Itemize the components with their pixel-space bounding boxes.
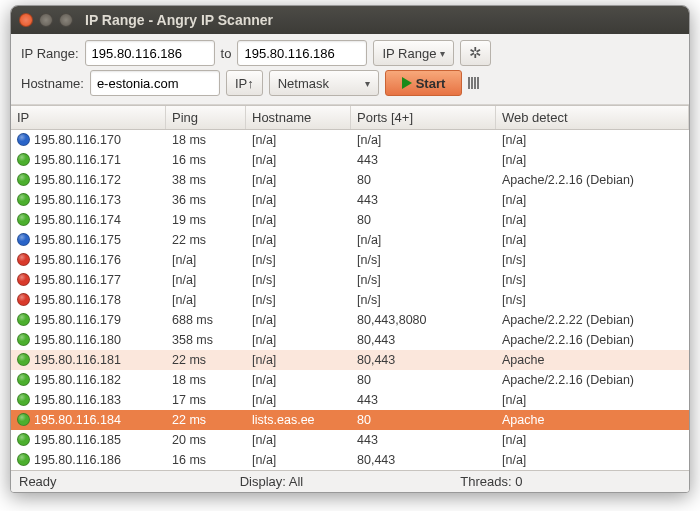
- col-web[interactable]: Web detect: [496, 106, 689, 129]
- table-row[interactable]: 195.80.116.180358 ms[n/a]80,443Apache/2.…: [11, 330, 689, 350]
- cell-web: Apache: [496, 413, 689, 427]
- status-dot-icon: [17, 213, 30, 226]
- cell-web: [n/a]: [496, 153, 689, 167]
- table-row[interactable]: 195.80.116.17419 ms[n/a]80[n/a]: [11, 210, 689, 230]
- cell-ip-wrap: 195.80.116.178: [11, 293, 166, 307]
- cell-ip: 195.80.116.173: [34, 193, 121, 207]
- cell-hostname: [n/a]: [246, 153, 351, 167]
- range-type-select[interactable]: IP Range: [373, 40, 454, 66]
- titlebar[interactable]: IP Range - Angry IP Scanner: [11, 6, 689, 34]
- status-dot-icon: [17, 293, 30, 306]
- cell-ports: 80,443,8080: [351, 313, 496, 327]
- cell-ping: [n/a]: [166, 253, 246, 267]
- cell-ping: 17 ms: [166, 393, 246, 407]
- cell-ports: [n/a]: [351, 233, 496, 247]
- cell-hostname: [n/a]: [246, 233, 351, 247]
- table-row[interactable]: 195.80.116.18616 ms[n/a]80,443[n/a]: [11, 450, 689, 470]
- cell-hostname: [n/a]: [246, 133, 351, 147]
- cell-ports: 80: [351, 173, 496, 187]
- cell-web: [n/a]: [496, 393, 689, 407]
- cell-hostname: [n/a]: [246, 213, 351, 227]
- cell-ip-wrap: 195.80.116.173: [11, 193, 166, 207]
- table-row[interactable]: 195.80.116.17336 ms[n/a]443[n/a]: [11, 190, 689, 210]
- cell-ip-wrap: 195.80.116.185: [11, 433, 166, 447]
- cell-ip: 195.80.116.179: [34, 313, 121, 327]
- cell-web: [n/a]: [496, 193, 689, 207]
- ip-from-input[interactable]: [85, 40, 215, 66]
- cell-web: [n/a]: [496, 453, 689, 467]
- table-body: 195.80.116.17018 ms[n/a][n/a][n/a]195.80…: [11, 130, 689, 470]
- hostname-input[interactable]: [90, 70, 220, 96]
- results-table: IP Ping Hostname Ports [4+] Web detect 1…: [11, 105, 689, 470]
- table-row[interactable]: 195.80.116.18218 ms[n/a]80Apache/2.2.16 …: [11, 370, 689, 390]
- cell-ping: 358 ms: [166, 333, 246, 347]
- cell-ip-wrap: 195.80.116.179: [11, 313, 166, 327]
- table-header: IP Ping Hostname Ports [4+] Web detect: [11, 106, 689, 130]
- table-row[interactable]: 195.80.116.18317 ms[n/a]443[n/a]: [11, 390, 689, 410]
- cell-ip: 195.80.116.171: [34, 153, 121, 167]
- cell-ip-wrap: 195.80.116.172: [11, 173, 166, 187]
- cell-web: Apache/2.2.16 (Debian): [496, 333, 689, 347]
- start-label: Start: [416, 76, 446, 91]
- col-ports[interactable]: Ports [4+]: [351, 106, 496, 129]
- cell-web: [n/a]: [496, 213, 689, 227]
- status-dot-icon: [17, 373, 30, 386]
- columns-icon[interactable]: [468, 77, 479, 89]
- cell-ports: [n/s]: [351, 273, 496, 287]
- cell-ports: 80,443: [351, 453, 496, 467]
- cell-ports: 443: [351, 153, 496, 167]
- ip-up-label: IP↑: [235, 76, 254, 91]
- cell-ip: 195.80.116.181: [34, 353, 121, 367]
- status-dot-icon: [17, 453, 30, 466]
- close-icon[interactable]: [19, 13, 33, 27]
- cell-hostname: [n/s]: [246, 293, 351, 307]
- cell-web: [n/s]: [496, 293, 689, 307]
- table-row[interactable]: 195.80.116.179688 ms[n/a]80,443,8080Apac…: [11, 310, 689, 330]
- table-row[interactable]: 195.80.116.178[n/a][n/s][n/s][n/s]: [11, 290, 689, 310]
- table-row[interactable]: 195.80.116.18122 ms[n/a]80,443Apache: [11, 350, 689, 370]
- cell-ip-wrap: 195.80.116.171: [11, 153, 166, 167]
- table-row[interactable]: 195.80.116.17018 ms[n/a][n/a][n/a]: [11, 130, 689, 150]
- cell-ports: 443: [351, 433, 496, 447]
- table-row[interactable]: 195.80.116.176[n/a][n/s][n/s][n/s]: [11, 250, 689, 270]
- cell-ports: 80: [351, 413, 496, 427]
- cell-ping: 36 ms: [166, 193, 246, 207]
- cell-ip-wrap: 195.80.116.182: [11, 373, 166, 387]
- cell-ip: 195.80.116.180: [34, 333, 121, 347]
- cell-ping: 16 ms: [166, 453, 246, 467]
- table-row[interactable]: 195.80.116.17238 ms[n/a]80Apache/2.2.16 …: [11, 170, 689, 190]
- cell-hostname: [n/a]: [246, 393, 351, 407]
- table-row[interactable]: 195.80.116.177[n/a][n/s][n/s][n/s]: [11, 270, 689, 290]
- ip-range-label: IP Range:: [21, 46, 79, 61]
- col-ip[interactable]: IP: [11, 106, 166, 129]
- col-ping[interactable]: Ping: [166, 106, 246, 129]
- cell-web: [n/s]: [496, 273, 689, 287]
- gear-icon[interactable]: ✲: [460, 40, 491, 66]
- status-dot-icon: [17, 153, 30, 166]
- status-ready: Ready: [19, 474, 240, 489]
- cell-ip-wrap: 195.80.116.180: [11, 333, 166, 347]
- to-label: to: [221, 46, 232, 61]
- cell-ping: 22 ms: [166, 353, 246, 367]
- cell-ping: 18 ms: [166, 133, 246, 147]
- ip-to-input[interactable]: [237, 40, 367, 66]
- netmask-select[interactable]: Netmask: [269, 70, 379, 96]
- statusbar: Ready Display: All Threads: 0: [11, 470, 689, 492]
- maximize-icon[interactable]: [59, 13, 73, 27]
- cell-web: [n/s]: [496, 253, 689, 267]
- cell-ping: 38 ms: [166, 173, 246, 187]
- start-button[interactable]: Start: [385, 70, 463, 96]
- ip-up-button[interactable]: IP↑: [226, 70, 263, 96]
- status-threads: Threads: 0: [460, 474, 681, 489]
- cell-web: [n/a]: [496, 133, 689, 147]
- col-hostname[interactable]: Hostname: [246, 106, 351, 129]
- status-dot-icon: [17, 353, 30, 366]
- table-row[interactable]: 195.80.116.17116 ms[n/a]443[n/a]: [11, 150, 689, 170]
- minimize-icon[interactable]: [39, 13, 53, 27]
- table-row[interactable]: 195.80.116.17522 ms[n/a][n/a][n/a]: [11, 230, 689, 250]
- cell-ip-wrap: 195.80.116.184: [11, 413, 166, 427]
- cell-ip-wrap: 195.80.116.175: [11, 233, 166, 247]
- cell-ports: 443: [351, 393, 496, 407]
- table-row[interactable]: 195.80.116.18520 ms[n/a]443[n/a]: [11, 430, 689, 450]
- table-row[interactable]: 195.80.116.18422 mslists.eas.ee80Apache: [11, 410, 689, 430]
